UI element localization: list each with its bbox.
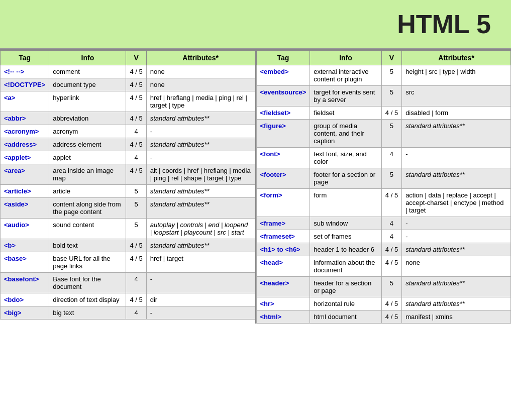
tag-cell[interactable]: <applet> bbox=[1, 151, 49, 164]
table-row: <eventsource>target for events sent by a… bbox=[256, 86, 511, 107]
tag-cell[interactable]: <frameset> bbox=[256, 230, 310, 243]
tag-cell[interactable]: <footer> bbox=[256, 168, 310, 189]
attributes-cell: action | data | replace | accept | accep… bbox=[402, 189, 511, 217]
attributes-cell: - bbox=[146, 151, 255, 164]
version-cell: 4 / 5 bbox=[126, 252, 146, 273]
info-cell: content along side from the page content bbox=[49, 198, 126, 219]
tag-cell[interactable]: <a> bbox=[1, 91, 49, 112]
tag-cell[interactable]: <fieldset> bbox=[256, 107, 310, 120]
tag-cell[interactable]: <header> bbox=[256, 277, 310, 297]
version-cell: 5 bbox=[381, 168, 401, 189]
version-cell: 5 bbox=[126, 185, 146, 198]
version-cell: 4 / 5 bbox=[126, 138, 146, 151]
tag-cell[interactable]: <font> bbox=[256, 148, 310, 168]
table-row: <applet>applet4- bbox=[1, 151, 255, 164]
table-row: <head>information about the document4 / … bbox=[256, 256, 511, 277]
tag-cell[interactable]: <form> bbox=[256, 189, 310, 217]
tag-cell[interactable]: <aside> bbox=[1, 198, 49, 219]
attributes-cell: - bbox=[402, 148, 511, 168]
tag-cell[interactable]: <h1> to <h6> bbox=[256, 243, 310, 256]
version-cell: 4 bbox=[381, 230, 401, 243]
attributes-cell: - bbox=[146, 273, 255, 293]
version-cell: 4 bbox=[381, 148, 401, 168]
table-row: <abbr>abbreviation4 / 5standard attribut… bbox=[1, 112, 255, 125]
tag-cell[interactable]: <!-- --> bbox=[1, 65, 49, 78]
info-cell: abbreviation bbox=[49, 112, 126, 125]
tag-cell[interactable]: <big> bbox=[1, 306, 49, 320]
tag-cell[interactable]: <figure> bbox=[256, 120, 310, 148]
attributes-cell: standard attributes** bbox=[402, 168, 511, 189]
table-row: <header>header for a section or page5sta… bbox=[256, 277, 511, 297]
version-cell: 4 / 5 bbox=[381, 243, 401, 256]
tag-cell[interactable]: <acronym> bbox=[1, 125, 49, 138]
right-col-tag: Tag bbox=[256, 51, 310, 65]
table-row: <h1> to <h6>header 1 to header 64 / 5sta… bbox=[256, 243, 511, 256]
info-cell: article bbox=[49, 185, 126, 198]
version-cell: 4 bbox=[126, 125, 146, 138]
left-table-section: Tag Info V Attributes* <!-- -->comment4 … bbox=[0, 50, 256, 324]
attributes-cell: manifest | xmlns bbox=[402, 310, 511, 324]
tag-cell[interactable]: <!DOCTYPE> bbox=[1, 78, 49, 91]
tag-cell[interactable]: <b> bbox=[1, 239, 49, 252]
left-col-attrs: Attributes* bbox=[146, 51, 255, 65]
tag-cell[interactable]: <embed> bbox=[256, 65, 310, 86]
tag-cell[interactable]: <basefont> bbox=[1, 273, 49, 293]
tag-cell[interactable]: <hr> bbox=[256, 297, 310, 310]
info-cell: base URL for all the page links bbox=[49, 252, 126, 273]
info-cell: sub window bbox=[310, 217, 382, 230]
version-cell: 5 bbox=[381, 86, 401, 107]
main-heading: HTML 5 bbox=[0, 9, 491, 39]
table-row: <address>address element4 / 5standard at… bbox=[1, 138, 255, 151]
version-cell: 4 / 5 bbox=[381, 256, 401, 277]
tag-cell[interactable]: <eventsource> bbox=[256, 86, 310, 107]
version-cell: 5 bbox=[126, 219, 146, 239]
table-row: <base>base URL for all the page links4 /… bbox=[1, 252, 255, 273]
info-cell: external interactive content or plugin bbox=[310, 65, 382, 86]
table-row: <article>article5standard attributes** bbox=[1, 185, 255, 198]
version-cell: 4 bbox=[126, 273, 146, 293]
table-row: <frame>sub window4- bbox=[256, 217, 511, 230]
table-row: <footer>footer for a section or page5sta… bbox=[256, 168, 511, 189]
tag-cell[interactable]: <head> bbox=[256, 256, 310, 277]
left-col-tag: Tag bbox=[1, 51, 49, 65]
tag-cell[interactable]: <abbr> bbox=[1, 112, 49, 125]
tag-cell[interactable]: <html> bbox=[256, 310, 310, 324]
version-cell: 4 / 5 bbox=[126, 164, 146, 185]
info-cell: area inside an image map bbox=[49, 164, 126, 185]
table-row: <form>form4 / 5action | data | replace |… bbox=[256, 189, 511, 217]
attributes-cell: - bbox=[402, 217, 511, 230]
right-col-info: Info bbox=[310, 51, 382, 65]
tag-cell[interactable]: <area> bbox=[1, 164, 49, 185]
table-row: <a>hyperlink4 / 5href | hreflang | media… bbox=[1, 91, 255, 112]
attributes-cell: alt | coords | href | hreflang | media |… bbox=[146, 164, 255, 185]
attributes-cell: none bbox=[146, 65, 255, 78]
right-table-section: Tag Info V Attributes* <embed>external i… bbox=[256, 50, 512, 324]
info-cell: horizontal rule bbox=[310, 297, 382, 310]
version-cell: 4 / 5 bbox=[126, 78, 146, 91]
table-row: <frameset>set of frames4- bbox=[256, 230, 511, 243]
table-row: <hr>horizontal rule4 / 5standard attribu… bbox=[256, 297, 511, 310]
table-row: <acronym>acronym4- bbox=[1, 125, 255, 138]
table-row: <fieldset>fieldset4 / 5disabled | form bbox=[256, 107, 511, 120]
tag-cell[interactable]: <base> bbox=[1, 252, 49, 273]
attributes-cell: standard attributes** bbox=[402, 297, 511, 310]
info-cell: bold text bbox=[49, 239, 126, 252]
table-row: <big>big text4- bbox=[1, 306, 255, 320]
version-cell: 4 / 5 bbox=[126, 65, 146, 78]
tag-cell[interactable]: <audio> bbox=[1, 219, 49, 239]
attributes-cell: standard attributes** bbox=[146, 185, 255, 198]
info-cell: document type bbox=[49, 78, 126, 91]
table-row: <embed>external interactive content or p… bbox=[256, 65, 511, 86]
tag-cell[interactable]: <address> bbox=[1, 138, 49, 151]
table-row: <font>text font, size, and color4- bbox=[256, 148, 511, 168]
version-cell: 4 bbox=[381, 217, 401, 230]
info-cell: Base font for the document bbox=[49, 273, 126, 293]
info-cell: applet bbox=[49, 151, 126, 164]
attributes-cell: standard attributes** bbox=[402, 120, 511, 148]
tag-cell[interactable]: <bdo> bbox=[1, 293, 49, 306]
tag-cell[interactable]: <frame> bbox=[256, 217, 310, 230]
version-cell: 4 / 5 bbox=[381, 189, 401, 217]
attributes-cell: href | hreflang | media | ping | rel | t… bbox=[146, 91, 255, 112]
table-row: <bdo>direction of text display4 / 5dir bbox=[1, 293, 255, 306]
tag-cell[interactable]: <article> bbox=[1, 185, 49, 198]
